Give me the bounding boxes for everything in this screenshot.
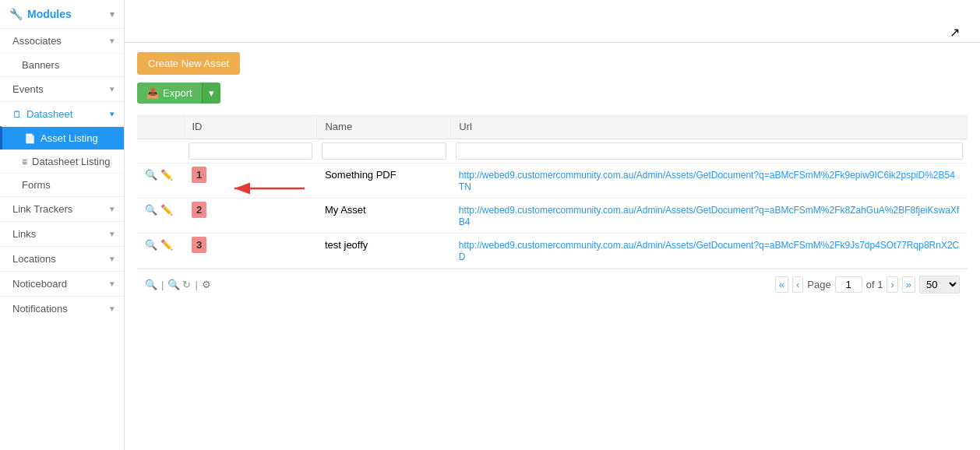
datasheet-label: Datasheet bbox=[26, 108, 72, 120]
page-number-input[interactable]: 1 bbox=[835, 276, 862, 293]
row3-url-link[interactable]: http://webed9.customercommunity.com.au/A… bbox=[459, 240, 959, 262]
links-chevron-icon: ▾ bbox=[110, 229, 115, 239]
sidebar-subitem-datasheet-listing[interactable]: ≡ Datasheet Listing bbox=[0, 149, 124, 173]
export-button-group: 📤 Export ▾ bbox=[137, 83, 220, 104]
filter-name-cell bbox=[317, 139, 451, 163]
row2-url-link[interactable]: http://webed9.customercommunity.com.au/A… bbox=[459, 205, 959, 227]
sidebar-subitem-forms[interactable]: Forms bbox=[0, 173, 124, 196]
notifications-label: Notifications bbox=[12, 303, 68, 315]
banners-label: Banners bbox=[22, 59, 59, 71]
pagination-icons: 🔍 | 🔍 ↻ | ⚙ bbox=[145, 279, 211, 290]
datasheet-chevron-icon: ▾ bbox=[110, 109, 115, 119]
sidebar-item-events[interactable]: Events ▾ bbox=[0, 76, 124, 101]
next-page-button[interactable]: › bbox=[887, 276, 897, 293]
row2-id-cell: 2 bbox=[184, 199, 317, 234]
list-icon: ≡ bbox=[22, 156, 27, 167]
modules-label: Modules bbox=[27, 8, 72, 20]
filter-row bbox=[137, 139, 968, 163]
filter-url-cell bbox=[451, 139, 968, 163]
row3-view-icon[interactable]: 🔍 bbox=[145, 239, 157, 251]
row2-edit-icon[interactable]: ✏️ bbox=[160, 204, 173, 216]
first-page-button[interactable]: « bbox=[775, 276, 788, 293]
filter-url-input[interactable] bbox=[456, 142, 963, 160]
table-header-row: ID Name Url bbox=[137, 114, 968, 139]
asset-table-wrapper: ID Name Url bbox=[137, 114, 968, 300]
locations-label: Locations bbox=[12, 253, 56, 265]
row1-view-icon[interactable]: 🔍 bbox=[145, 169, 157, 181]
row1-id: 1 bbox=[192, 167, 206, 183]
row1-url-cell: http://webed9.customercommunity.com.au/A… bbox=[451, 163, 968, 199]
table-row: 🔍 ✏️ 3 test jeoffy http://webed9.custome… bbox=[137, 234, 968, 269]
sidebar-subitem-asset-listing[interactable]: 📄 Asset Listing bbox=[0, 126, 124, 149]
forms-label: Forms bbox=[22, 179, 51, 191]
datasheet-listing-label: Datasheet Listing bbox=[32, 156, 110, 167]
sidebar: 🔧 Modules ▾ Associates ▾ Banners Events … bbox=[0, 0, 125, 450]
row1-edit-icon[interactable]: ✏️ bbox=[160, 169, 173, 181]
filter-id-cell bbox=[184, 139, 317, 163]
col-id: ID bbox=[184, 114, 317, 139]
locations-chevron-icon: ▾ bbox=[110, 254, 115, 264]
cursor-indicator: ↗ bbox=[950, 25, 960, 40]
file-icon: 📄 bbox=[24, 133, 36, 144]
content-area: Create New Asset 📤 Export ▾ bbox=[125, 43, 980, 450]
links-label: Links bbox=[12, 228, 36, 240]
link-trackers-label: Link Trackers bbox=[12, 203, 72, 215]
export-caret-button[interactable]: ▾ bbox=[202, 83, 220, 104]
table-row: 🔍 ✏️ 1 Something PDF http://webed9.custo… bbox=[137, 163, 968, 199]
sidebar-item-noticeboard[interactable]: Noticeboard ▾ bbox=[0, 271, 124, 296]
row2-url-cell: http://webed9.customercommunity.com.au/A… bbox=[451, 199, 968, 234]
create-new-asset-toolbar: Create New Asset bbox=[137, 52, 968, 83]
row1-actions: 🔍 ✏️ bbox=[137, 163, 184, 199]
export-icon: 📤 bbox=[146, 87, 159, 99]
notifications-chevron-icon: ▾ bbox=[110, 304, 115, 314]
sidebar-modules-header[interactable]: 🔧 Modules ▾ bbox=[0, 0, 124, 28]
row3-edit-icon[interactable]: ✏️ bbox=[160, 239, 173, 251]
of-label: of 1 bbox=[866, 279, 883, 290]
filter-id-input[interactable] bbox=[189, 142, 312, 160]
row1-url-link[interactable]: http://webed9.customercommunity.com.au/A… bbox=[459, 170, 955, 192]
page-size-select[interactable]: 50 25 100 bbox=[919, 276, 960, 294]
col-url: Url bbox=[451, 114, 968, 139]
row2-id: 2 bbox=[192, 202, 206, 218]
pagination-bar: 🔍 | 🔍 ↻ | ⚙ « ‹ Page 1 of 1 › » bbox=[137, 269, 968, 300]
create-new-asset-button[interactable]: Create New Asset bbox=[137, 52, 240, 75]
main-content: ↗ Create New Asset 📤 Export ▾ bbox=[125, 0, 980, 450]
prev-page-button[interactable]: ‹ bbox=[792, 276, 803, 293]
row1-name-cell: Something PDF bbox=[317, 163, 451, 199]
table-row: 🔍 ✏️ 2 My Asset http://webed9.customerco… bbox=[137, 199, 968, 234]
associates-label: Associates bbox=[12, 35, 62, 47]
sidebar-item-links[interactable]: Links ▾ bbox=[0, 221, 124, 246]
row2-view-icon[interactable]: 🔍 bbox=[145, 204, 157, 216]
link-trackers-chevron-icon: ▾ bbox=[110, 204, 115, 214]
filter-name-input[interactable] bbox=[322, 142, 446, 160]
sidebar-item-link-trackers[interactable]: Link Trackers ▾ bbox=[0, 196, 124, 221]
row3-actions: 🔍 ✏️ bbox=[137, 234, 184, 269]
settings-icon[interactable]: ⚙ bbox=[202, 279, 211, 290]
sidebar-item-notifications[interactable]: Notifications ▾ bbox=[0, 296, 124, 321]
sidebar-item-locations[interactable]: Locations ▾ bbox=[0, 246, 124, 271]
events-chevron-icon: ▾ bbox=[110, 84, 115, 94]
export-button[interactable]: 📤 Export bbox=[137, 83, 202, 104]
asset-listing-label: Asset Listing bbox=[41, 132, 98, 144]
noticeboard-chevron-icon: ▾ bbox=[110, 279, 115, 289]
last-page-button[interactable]: » bbox=[902, 276, 915, 293]
events-label: Events bbox=[12, 83, 44, 95]
caret-down-icon: ▾ bbox=[209, 87, 214, 99]
pagination-controls: « ‹ Page 1 of 1 › » 50 25 100 bbox=[775, 276, 960, 294]
search-yellow-icon[interactable]: 🔍 bbox=[167, 279, 180, 290]
wrench-icon: 🔧 bbox=[9, 8, 23, 20]
sidebar-item-associates[interactable]: Associates ▾ bbox=[0, 28, 124, 53]
sidebar-subitem-banners[interactable]: Banners bbox=[0, 53, 124, 76]
row3-id-cell: 3 bbox=[184, 234, 317, 269]
zoom-out-icon[interactable]: 🔍 bbox=[145, 279, 157, 290]
row1-name: Something PDF bbox=[325, 169, 397, 181]
row1-id-cell: 1 bbox=[184, 163, 317, 199]
filter-actions-cell bbox=[137, 139, 184, 163]
row3-id: 3 bbox=[192, 237, 206, 253]
row2-name: My Asset bbox=[325, 204, 366, 216]
top-bar: ↗ bbox=[125, 0, 980, 43]
refresh-icon[interactable]: ↻ bbox=[182, 279, 191, 290]
modules-chevron-icon: ▾ bbox=[110, 9, 115, 19]
sidebar-item-datasheet[interactable]: 🗒 Datasheet ▾ bbox=[0, 101, 124, 126]
col-name: Name bbox=[317, 114, 451, 139]
